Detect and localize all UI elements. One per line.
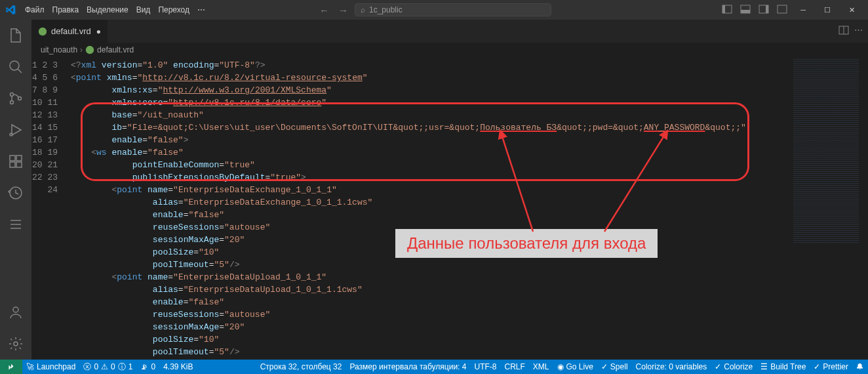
- menu-selection[interactable]: Выделение: [83, 5, 132, 14]
- warning-icon: ⚠: [101, 362, 108, 371]
- search-icon-activity[interactable]: [0, 51, 31, 83]
- status-bar: 🚀︎Launchpad ⓧ0 ⚠0 ⓘ1 📡︎0 4.39 KiB Строка…: [0, 360, 868, 374]
- activity-bar: [0, 20, 31, 360]
- status-bell[interactable]: 🔔︎: [852, 362, 868, 371]
- vscode-logo-icon: [5, 5, 16, 15]
- breadcrumb-folder[interactable]: uit_noauth: [41, 45, 77, 54]
- menu-view[interactable]: Вид: [132, 5, 155, 14]
- layout-secondary-side-icon[interactable]: [756, 1, 772, 19]
- extensions-icon[interactable]: [0, 146, 31, 177]
- title-bar: Файл Правка Выделение Вид Переход ⋯ ← → …: [0, 0, 868, 20]
- code-content[interactable]: <?xml version="1.0" encoding="UTF-8"?> <…: [71, 57, 783, 358]
- tab-label: default.vrd: [51, 26, 91, 36]
- line-gutter: 1 2 3 4 5 6 7 8 9 10 11 12 13 14 15 16 1…: [31, 57, 71, 196]
- search-text: 1c_public: [369, 5, 403, 14]
- svg-rect-1: [722, 5, 725, 13]
- menu-edit[interactable]: Правка: [49, 5, 83, 14]
- svg-point-17: [13, 307, 18, 312]
- status-eol[interactable]: CRLF: [500, 362, 528, 371]
- status-cursor[interactable]: Строка 32, столбец 32: [256, 362, 346, 371]
- svg-rect-15: [16, 156, 22, 161]
- explorer-icon[interactable]: [0, 20, 31, 51]
- check-icon: ✓: [814, 362, 820, 371]
- status-language[interactable]: XML: [529, 362, 553, 371]
- svg-point-18: [14, 342, 18, 346]
- layout-primary-side-icon[interactable]: [719, 1, 735, 19]
- status-prettier[interactable]: ✓Prettier: [810, 362, 852, 371]
- window-maximize[interactable]: ☐: [816, 3, 838, 17]
- command-center[interactable]: ⌕ 1c_public: [355, 3, 551, 16]
- bell-icon: 🔔︎: [856, 362, 864, 371]
- status-encoding[interactable]: UTF-8: [470, 362, 500, 371]
- status-filesize[interactable]: 4.39 KiB: [159, 362, 197, 371]
- svg-rect-12: [10, 156, 15, 161]
- tab-modified-dot: ●: [96, 27, 101, 36]
- file-icon: [85, 45, 94, 54]
- rocket-icon: 🚀︎: [26, 362, 34, 371]
- search-icon: ⌕: [361, 5, 365, 14]
- radio-tower-icon: 📡︎: [140, 362, 148, 371]
- anno-label: Данные пользователя для входа: [395, 229, 658, 258]
- window-close[interactable]: ✕: [841, 3, 863, 17]
- more-actions-icon[interactable]: ⋯: [854, 25, 863, 37]
- customize-layout-icon[interactable]: [774, 1, 790, 19]
- tree-icon: ☰: [760, 362, 768, 371]
- svg-point-8: [10, 93, 14, 96]
- layout-panel-icon[interactable]: [738, 1, 753, 19]
- list-icon[interactable]: [0, 209, 31, 240]
- svg-rect-13: [10, 162, 15, 167]
- status-spell[interactable]: ✓Spell: [597, 362, 632, 371]
- status-radio[interactable]: 📡︎0: [136, 362, 159, 371]
- tab-default-vrd[interactable]: default.vrd ●: [31, 20, 108, 43]
- file-icon: [38, 27, 47, 36]
- settings-gear-icon[interactable]: [0, 328, 31, 360]
- nav-back-icon[interactable]: ←: [317, 5, 332, 16]
- svg-rect-3: [741, 10, 750, 13]
- status-tabsize[interactable]: Размер интервала табуляции: 4: [345, 362, 470, 371]
- remote-indicator[interactable]: [0, 360, 22, 374]
- info-icon: ⓘ: [118, 362, 126, 373]
- status-colorize-vars[interactable]: Colorize: 0 variables: [632, 362, 711, 371]
- menu-go[interactable]: Переход: [154, 5, 193, 14]
- code-editor[interactable]: 1 2 3 4 5 6 7 8 9 10 11 12 13 14 15 16 1…: [31, 57, 868, 360]
- status-golive[interactable]: ◉Go Live: [553, 362, 597, 371]
- window-minimize[interactable]: ─: [793, 3, 814, 16]
- status-launchpad[interactable]: 🚀︎Launchpad: [22, 362, 79, 371]
- svg-rect-6: [778, 5, 787, 13]
- svg-rect-14: [16, 162, 22, 167]
- tab-bar: default.vrd ● ⋯: [31, 20, 868, 43]
- svg-point-9: [10, 101, 14, 104]
- check-icon: ✓: [601, 362, 608, 371]
- minimap[interactable]: [793, 59, 859, 360]
- status-buildtree[interactable]: ☰Build Tree: [757, 362, 810, 371]
- error-icon: ⓧ: [83, 362, 91, 373]
- broadcast-icon: ◉: [557, 362, 564, 371]
- nav-forward-icon[interactable]: →: [336, 5, 351, 16]
- chevron-right-icon: ›: [80, 45, 83, 54]
- source-control-icon[interactable]: [0, 83, 31, 114]
- scrollbar-vertical[interactable]: [859, 57, 868, 360]
- status-problems[interactable]: ⓧ0 ⚠0 ⓘ1: [79, 362, 136, 373]
- accounts-icon[interactable]: [0, 297, 31, 328]
- svg-rect-5: [766, 5, 768, 13]
- breadcrumb[interactable]: uit_noauth › default.vrd: [31, 43, 868, 57]
- svg-point-7: [10, 61, 19, 70]
- svg-point-11: [10, 133, 12, 136]
- breadcrumb-file[interactable]: default.vrd: [97, 45, 134, 54]
- run-debug-icon[interactable]: [0, 114, 31, 146]
- timeline-icon[interactable]: [0, 177, 31, 209]
- split-editor-icon[interactable]: [838, 25, 849, 37]
- menu-overflow[interactable]: ⋯: [193, 5, 209, 14]
- status-colorize[interactable]: ✓Colorize: [711, 362, 757, 371]
- editor-region: default.vrd ● ⋯ uit_noauth › default.vrd…: [31, 20, 868, 360]
- menu-file[interactable]: Файл: [21, 5, 49, 14]
- check-icon: ✓: [715, 362, 721, 371]
